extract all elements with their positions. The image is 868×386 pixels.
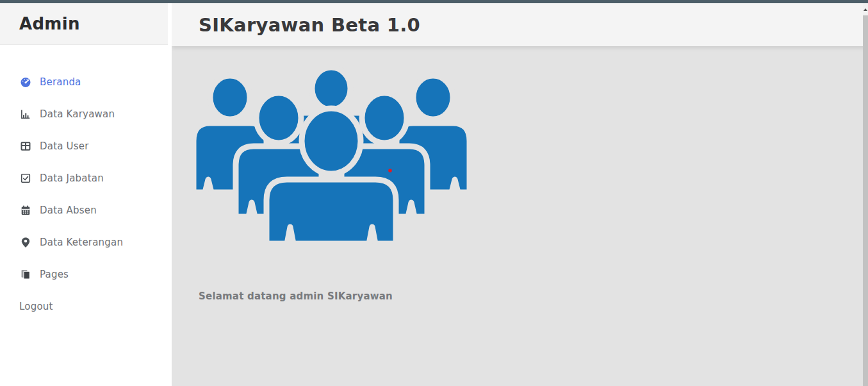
- sidebar-item-data-keterangan[interactable]: Data Keterangan: [0, 226, 168, 258]
- sidebar-item-label: Data User: [40, 140, 89, 152]
- page-title: SIKaryawan Beta 1.0: [199, 14, 420, 36]
- content-body: Selamat datang admin SIKaryawan: [172, 46, 868, 386]
- calendar-icon: [20, 205, 31, 216]
- sidebar: Admin Beranda: [0, 3, 168, 386]
- sidebar-item-pages[interactable]: Pages: [0, 258, 168, 290]
- sidebar-item-label: Pages: [40, 269, 69, 280]
- users-group-illustration: [189, 69, 477, 244]
- sidebar-menu: Beranda Data Karyawan Dat: [0, 66, 168, 323]
- check-square-icon: [20, 172, 31, 184]
- sidebar-item-label: Data Keterangan: [40, 237, 123, 248]
- table-icon: [20, 140, 31, 152]
- sidebar-item-label: Data Absen: [40, 205, 97, 216]
- sidebar-header: Admin: [0, 3, 168, 45]
- sidebar-item-label: Data Karyawan: [40, 108, 115, 120]
- content-header: SIKaryawan Beta 1.0: [172, 3, 868, 46]
- map-marker-icon: [20, 237, 31, 248]
- sidebar-item-data-user[interactable]: Data User: [0, 130, 168, 162]
- copy-icon: [20, 269, 31, 280]
- bar-chart-icon: [20, 108, 31, 120]
- tachometer-icon: [20, 76, 31, 88]
- red-dot: [388, 169, 392, 172]
- scrollbar-thumb[interactable]: [863, 15, 868, 386]
- sidebar-item-beranda[interactable]: Beranda: [0, 66, 168, 98]
- vertical-scrollbar[interactable]: [863, 3, 868, 386]
- sidebar-item-label: Beranda: [40, 76, 81, 88]
- sidebar-content-divider: [168, 3, 172, 386]
- sidebar-item-label: Logout: [19, 301, 53, 312]
- scrollbar-up-arrow-icon[interactable]: [863, 6, 868, 13]
- welcome-text: Selamat datang admin SIKaryawan: [199, 290, 393, 302]
- sidebar-item-logout[interactable]: Logout: [0, 290, 168, 323]
- sidebar-item-data-absen[interactable]: Data Absen: [0, 194, 168, 226]
- sidebar-item-label: Data Jabatan: [40, 172, 104, 184]
- sidebar-brand-title: Admin: [19, 14, 80, 33]
- sidebar-item-data-karyawan[interactable]: Data Karyawan: [0, 98, 168, 130]
- main-content: SIKaryawan Beta 1.0: [172, 3, 868, 386]
- window-top-accent-bar: [0, 0, 868, 3]
- sidebar-item-data-jabatan[interactable]: Data Jabatan: [0, 162, 168, 194]
